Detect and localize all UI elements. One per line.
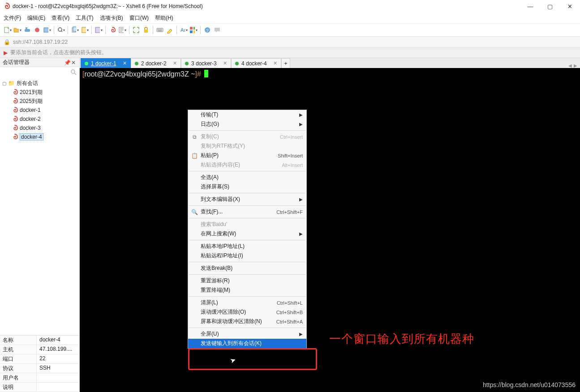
toolbar-session-icon[interactable]	[108, 26, 116, 34]
menubar: 文件(F) 编辑(E) 查看(V) 工具(T) 选项卡(B) 窗口(W) 帮助(…	[0, 13, 580, 23]
toolbar-highlight-icon[interactable]	[166, 26, 174, 34]
tree-item-docker-1[interactable]: docker-1	[1, 106, 77, 115]
tree-item-docker-3[interactable]: docker-3	[1, 124, 77, 132]
annotation-text: 一个窗口输入到所有机器种	[329, 331, 474, 347]
ctx-paste-local-ip[interactable]: 粘贴本地IP地址(L)	[188, 242, 306, 251]
session-icon	[12, 116, 18, 122]
toolbar-search-icon[interactable]	[57, 26, 65, 34]
svg-rect-2	[26, 27, 27, 29]
ctx-separator	[189, 328, 305, 328]
menu-edit[interactable]: 编辑(E)	[27, 14, 45, 22]
prop-key: 端口	[0, 354, 37, 363]
tree-item-2025[interactable]: 2025到期	[1, 97, 77, 106]
ctx-clear-scroll[interactable]: 滚动缓冲区清除(O)Ctrl+Shift+B	[188, 307, 306, 317]
toolbar-copy-icon[interactable]	[71, 26, 79, 34]
ctx-paste[interactable]: 📋粘贴(P)Shift+Insert	[188, 151, 306, 160]
paste-icon: 📋	[191, 153, 198, 159]
toolbar-chat-icon[interactable]	[213, 26, 221, 34]
tree-item-docker-4[interactable]: docker-4	[1, 132, 77, 141]
status-dot-icon	[235, 62, 239, 65]
sidebar-header: 会话管理器 📌 ✕	[0, 58, 79, 67]
prop-value	[37, 383, 79, 392]
tree-item-2021[interactable]: 2021到期	[1, 88, 77, 97]
copy-icon: ⧉	[191, 134, 198, 140]
tab-nav-left-icon[interactable]: ◀	[568, 63, 572, 68]
tab-add-button[interactable]: +	[281, 58, 290, 68]
tree-item-label: 2025到期	[20, 98, 43, 105]
toolbar-separator	[200, 26, 201, 34]
ctx-transfer[interactable]: 传输(T)▶	[188, 110, 306, 119]
flag-icon: ▶	[4, 50, 8, 56]
toolbar-lock-icon[interactable]	[142, 26, 150, 34]
tab-close-icon[interactable]: ✕	[273, 60, 277, 66]
tab-docker-3[interactable]: 3 docker-3 ✕	[181, 58, 231, 68]
svg-rect-9	[83, 27, 85, 28]
address-bar: 🔒 ssh://47.108.197.19:22	[0, 37, 580, 47]
tab-close-icon[interactable]: ✕	[123, 60, 127, 66]
sidebar-pin-icon[interactable]: 📌	[64, 60, 70, 66]
window-maximize-button[interactable]: ▢	[542, 2, 558, 11]
tab-close-icon[interactable]: ✕	[173, 60, 177, 66]
sidebar-close-icon[interactable]: ✕	[70, 60, 77, 66]
window-close-button[interactable]: ✕	[562, 2, 577, 11]
toolbar-prop-icon[interactable]	[95, 26, 103, 34]
toolbar-font-icon[interactable]: Aa	[180, 26, 188, 34]
tab-close-icon[interactable]: ✕	[223, 60, 227, 66]
ctx-log[interactable]: 日志(G)▶	[188, 119, 306, 129]
submenu-arrow-icon: ▶	[299, 231, 303, 236]
toolbar-paste-icon[interactable]	[81, 26, 89, 34]
toolbar-new-icon[interactable]	[4, 26, 12, 34]
toolbar-disconnect-icon[interactable]	[33, 26, 41, 34]
address-text[interactable]: ssh://47.108.197.19:22	[13, 39, 68, 45]
toolbar-connect-icon[interactable]	[23, 26, 31, 34]
toolbar-script-icon[interactable]	[118, 26, 126, 34]
ctx-clear[interactable]: 清屏(L)Ctrl+Shift+L	[188, 298, 306, 307]
prop-value	[37, 373, 79, 382]
svg-rect-4	[44, 28, 48, 32]
ctx-reset-cursor[interactable]: 重置游标(R)	[188, 276, 306, 285]
tab-docker-4[interactable]: 4 docker-4 ✕	[231, 58, 281, 68]
ctx-send-all-sessions[interactable]: 发送键输入到所有会话(K)	[188, 339, 306, 348]
toolbar-open-icon[interactable]	[13, 26, 21, 34]
toolbar-fullscreen-icon[interactable]	[132, 26, 140, 34]
toolbar-misc-icon[interactable]	[43, 26, 51, 34]
svg-rect-16	[193, 27, 195, 30]
context-menu: 传输(T)▶ 日志(G)▶ ⧉复制(C)Ctrl+Insert 复制为RTF格式…	[188, 110, 307, 349]
menu-file[interactable]: 文件(F)	[4, 14, 21, 22]
prop-value: docker-4	[37, 336, 79, 345]
menu-tools[interactable]: 工具(T)	[76, 14, 93, 22]
prop-row-desc: 说明	[0, 383, 79, 392]
tree-item-docker-2[interactable]: docker-2	[1, 115, 77, 124]
ctx-send-break[interactable]: 发送Break(B)	[188, 264, 306, 273]
svg-rect-15	[190, 27, 193, 30]
toolbar-color-icon[interactable]	[189, 26, 198, 34]
tree-collapse-icon[interactable]: ▢	[2, 81, 6, 86]
ctx-to-editor[interactable]: 到文本编辑器(X)▶	[188, 195, 306, 204]
svg-rect-12	[144, 30, 148, 33]
toolbar-separator	[129, 26, 129, 34]
prompt-userhost: root@iZ2vcg4bxglqi65j2wdgm3Z ~	[84, 70, 195, 78]
sidebar-search[interactable]	[0, 67, 79, 77]
ctx-select-screen[interactable]: 选择屏幕(S)	[188, 182, 306, 192]
tab-docker-2[interactable]: 2 docker-2 ✕	[131, 58, 181, 68]
toolbar-help-icon[interactable]: ?	[203, 26, 211, 34]
tab-nav-right-icon[interactable]: ▶	[574, 63, 577, 68]
tree-item-label: docker-4	[20, 133, 43, 141]
menu-tabs[interactable]: 选项卡(B)	[100, 14, 123, 22]
ctx-reset-term[interactable]: 重置终端(M)	[188, 285, 306, 295]
menu-window[interactable]: 窗口(W)	[129, 14, 149, 22]
ctx-find[interactable]: 🔍查找(F)...Ctrl+Shift+F	[188, 207, 306, 217]
tree-root[interactable]: ▢ 📁 所有会话	[1, 79, 77, 88]
ctx-paste-remote-ip[interactable]: 粘贴远程IP地址(I)	[188, 251, 306, 260]
ctx-select-all[interactable]: 全选(A)	[188, 173, 306, 182]
tab-docker-1[interactable]: 1 docker-1 ✕	[81, 58, 131, 68]
ctx-clear-all[interactable]: 屏幕和滚动缓冲区清除(N)Ctrl+Shift+A	[188, 317, 306, 326]
window-minimize-button[interactable]: —	[523, 2, 538, 11]
ctx-fullscreen[interactable]: 全屏(U)▶	[188, 329, 306, 339]
menu-view[interactable]: 查看(V)	[52, 14, 69, 22]
menu-help[interactable]: 帮助(H)	[155, 14, 173, 22]
watermark: https://blog.csdn.net/u014073556	[483, 381, 576, 388]
svg-rect-1	[25, 29, 30, 32]
ctx-web-search[interactable]: 在网上搜索(W)▶	[188, 229, 306, 239]
toolbar-keyboard-icon[interactable]	[156, 26, 164, 34]
